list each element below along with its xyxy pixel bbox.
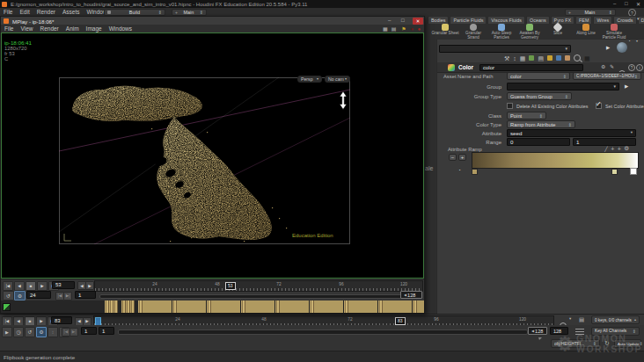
mplay-titlebar[interactable]: MPlay - ip-18:06* – □ ✕ bbox=[1, 17, 424, 25]
ramp-gradient-bar[interactable] bbox=[472, 152, 639, 169]
search-icon[interactable] bbox=[574, 54, 581, 62]
timeline-zoom-dropdown-icon[interactable]: ▾ bbox=[569, 317, 571, 322]
mplay-range-end-field[interactable]: ◀ 128 bbox=[400, 291, 422, 299]
mplay-prev-frame-button[interactable]: ◀ bbox=[14, 281, 25, 291]
delete-color-attrs-checkbox[interactable] bbox=[507, 103, 513, 109]
path-dropdown-icon[interactable]: ▾ bbox=[565, 47, 567, 51]
current-frame-field[interactable]: 83 bbox=[51, 316, 72, 324]
view-menu-button[interactable]: Persp ▾ bbox=[297, 76, 322, 83]
ramp-remove-point-button[interactable]: − bbox=[449, 154, 457, 161]
ramp-add-left-icon[interactable]: + bbox=[611, 146, 614, 152]
menu-render[interactable]: Render bbox=[33, 9, 59, 15]
simulation-toggle-icon[interactable]: ↕ bbox=[48, 327, 58, 337]
ramp-options-gear-icon[interactable]: ⚙ bbox=[624, 146, 629, 152]
global-range-end-field[interactable]: 128 bbox=[550, 327, 568, 335]
global-range-start-field[interactable]: 1 bbox=[81, 327, 97, 335]
playbar-settings-gear-icon[interactable]: ⚙ bbox=[36, 327, 47, 337]
shelf-tab-oceans[interactable]: Oceans bbox=[526, 16, 550, 24]
mplay-menu-file[interactable]: File bbox=[1, 25, 17, 32]
rows-icon[interactable]: ▤ bbox=[538, 55, 544, 62]
mplay-play-button[interactable]: ▶ bbox=[37, 281, 48, 291]
playback-range-end-marker[interactable]: ◀ 128 bbox=[528, 327, 547, 335]
radial-menu-dropdown[interactable]: + Main ⇕ bbox=[172, 9, 207, 16]
key-all-channels-dropdown[interactable]: Key All Channels ⇕ bbox=[591, 327, 640, 336]
mplay-current-frame-marker[interactable]: 53 bbox=[225, 282, 236, 290]
group-type-dropdown[interactable]: Guess from Group ⇕ bbox=[507, 92, 572, 100]
keys-info-dropdown[interactable]: 0 keys, 0/0 channels ▴ bbox=[591, 315, 640, 324]
shelf-tool[interactable]: Along Line bbox=[572, 24, 600, 40]
shelf-tab-wires[interactable]: Wires bbox=[593, 16, 612, 24]
color-type-dropdown[interactable]: Ramp from Attribute ⇕ bbox=[507, 120, 575, 128]
mplay-jump-start-button[interactable]: |◀ bbox=[3, 281, 13, 291]
yellow-swatch-icon[interactable] bbox=[547, 55, 553, 61]
filmstrip-thumb[interactable] bbox=[121, 300, 135, 313]
menu-file[interactable]: File bbox=[0, 9, 16, 15]
ramp-edit-icon[interactable]: ╱ bbox=[604, 147, 608, 152]
pencil-icon[interactable]: ✎ bbox=[610, 64, 614, 69]
flag-icon[interactable]: ⚑ bbox=[401, 26, 406, 32]
shelf-tab-viscous-fluids[interactable]: Viscous Fluids bbox=[487, 16, 525, 24]
mplay-maximize-icon[interactable]: □ bbox=[401, 18, 405, 23]
mplay-minimize-icon[interactable]: – bbox=[388, 18, 391, 23]
mplay-loop-button[interactable]: ↺ bbox=[3, 291, 14, 300]
range-to-end-button[interactable]: ▶| bbox=[70, 328, 78, 337]
mplay-menu-view[interactable]: View bbox=[17, 25, 36, 32]
range-min-field[interactable]: 0 bbox=[507, 138, 570, 146]
current-frame-marker[interactable]: 83 bbox=[395, 317, 406, 325]
inc-frame-button[interactable]: ▶ bbox=[83, 317, 91, 326]
desktop-dropdown[interactable]: Build ⇕ bbox=[104, 9, 165, 16]
mplay-range-start-field[interactable]: 1 bbox=[75, 291, 96, 299]
wrench-icon[interactable]: ⚒ bbox=[504, 55, 509, 62]
attribute-dropdown-icon[interactable]: ▾ bbox=[631, 131, 633, 135]
viewer-sphere-icon[interactable] bbox=[617, 42, 627, 53]
panel-mini-dropdown-icon[interactable]: ▾ bbox=[636, 40, 638, 43]
mplay-menu-render[interactable]: Render bbox=[36, 25, 62, 32]
group-field[interactable]: ▾ bbox=[507, 83, 619, 90]
shelf-tab-pyro-fx[interactable]: Pyro FX bbox=[551, 16, 574, 24]
asset-name-dropdown[interactable]: color ⇕ bbox=[507, 72, 570, 80]
mplay-frame-field[interactable]: 53 bbox=[52, 281, 75, 289]
shelf-tab-crowds[interactable]: Crowds bbox=[613, 16, 636, 24]
sort-icon[interactable]: ↕ bbox=[513, 55, 516, 62]
blue-swatch-icon[interactable] bbox=[556, 55, 561, 61]
playback-mode-icon[interactable]: ▶ bbox=[2, 327, 12, 337]
help-icon[interactable]: ? bbox=[628, 64, 635, 71]
shelf-tool[interactable]: Granular Sheet bbox=[431, 24, 459, 40]
asset-path-dropdown[interactable]: C:/PROGRA~1/SIDEEF~1/HOUDIN~1.584/houdin… bbox=[573, 72, 641, 80]
node-name-field[interactable]: color bbox=[479, 64, 583, 71]
group-select-arrow-icon[interactable]: ▶ bbox=[625, 84, 628, 90]
mplay-fps-field[interactable]: 24 bbox=[26, 291, 51, 299]
mplay-timeline-ruler[interactable]: 24 48 72 96 120 53 bbox=[94, 280, 423, 292]
playback-range-start-field[interactable]: 1 bbox=[99, 327, 114, 335]
gallery-icon[interactable]: ▤ bbox=[392, 26, 397, 32]
shelf-tool[interactable]: Awaken By Geometry bbox=[516, 24, 544, 40]
green-swatch-icon[interactable] bbox=[529, 55, 534, 61]
radial-menu-dropdown-right[interactable]: + Main ⇕ bbox=[565, 9, 616, 16]
shelf-tool[interactable]: Simulate Particle Fluid bbox=[600, 24, 628, 40]
black-grid-icon[interactable]: ▦ bbox=[584, 55, 590, 62]
grid-icon[interactable]: ▦ bbox=[520, 55, 526, 62]
info-icon[interactable]: i bbox=[636, 64, 643, 71]
shelf-tab-fem[interactable]: FEM bbox=[575, 16, 592, 24]
shelf-tool[interactable]: Auto Sleep Particles bbox=[487, 24, 516, 40]
mplay-filmstrip[interactable] bbox=[1, 300, 424, 313]
node-path-bar[interactable]: ▾ bbox=[439, 45, 571, 53]
update-mode-dropdown[interactable]: Auto Update ⇕ bbox=[614, 339, 641, 348]
menu-edit[interactable]: Edit bbox=[16, 9, 33, 15]
group-dropdown-icon[interactable]: ▾ bbox=[613, 84, 616, 89]
close-icon[interactable]: ✕ bbox=[636, 1, 640, 7]
maximize-icon[interactable]: □ bbox=[625, 1, 628, 6]
ramp-key-0[interactable] bbox=[472, 169, 478, 175]
gear-icon[interactable]: ⚙ bbox=[601, 64, 605, 69]
playback-range-slider[interactable] bbox=[118, 329, 528, 335]
shelf-tool[interactable]: Slice bbox=[544, 24, 572, 40]
class-dropdown[interactable]: Point ⇕ bbox=[507, 112, 546, 119]
ramp-add-right-icon[interactable]: + bbox=[618, 146, 621, 152]
shelf-tab-bodies[interactable]: Bodies bbox=[428, 16, 449, 24]
menu-assets[interactable]: Assets bbox=[59, 9, 84, 15]
attribute-field[interactable]: seed ▾ bbox=[507, 129, 636, 137]
minimize-icon[interactable]: – bbox=[613, 1, 616, 6]
mplay-close-icon[interactable]: ✕ bbox=[413, 18, 423, 25]
ramp-add-point-button[interactable]: + bbox=[458, 154, 466, 161]
context-path-dropdown[interactable]: obj/HEIGHTFI... ⇕ bbox=[551, 339, 600, 348]
